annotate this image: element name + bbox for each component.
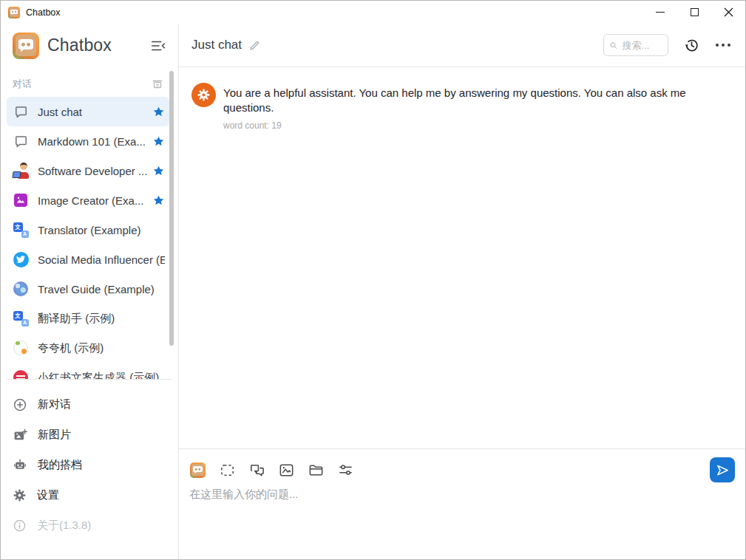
conversation-item-xiaohongshu[interactable]: 小红书文案生成器 (示例) xyxy=(7,363,169,379)
conversation-item-social-media-influencer[interactable]: Social Media Influencer (E... xyxy=(7,245,169,274)
maximize-button[interactable] xyxy=(677,1,711,24)
sliders-icon xyxy=(337,462,354,479)
dashed-box-icon xyxy=(219,462,236,479)
menu-item-settings[interactable]: 设置 xyxy=(1,480,178,511)
word-count: word count: 19 xyxy=(223,120,730,131)
composer xyxy=(179,448,745,559)
menu-label: 我的搭档 xyxy=(38,458,82,472)
chatbox-mini-icon xyxy=(190,462,206,478)
chatbox-logo-icon xyxy=(13,33,39,59)
globe-icon xyxy=(13,281,29,297)
window-controls xyxy=(643,1,745,24)
app-title: Chatbox xyxy=(47,35,112,55)
conversations-section-label: 对话 xyxy=(13,78,32,91)
collapse-sidebar-button[interactable] xyxy=(150,38,166,54)
system-avatar xyxy=(191,83,216,107)
robot-icon xyxy=(13,458,27,473)
star-icon[interactable] xyxy=(152,135,165,148)
app-icon xyxy=(8,7,20,18)
quote-button[interactable] xyxy=(248,462,265,479)
message-content: You are a helpful assistant. You can hel… xyxy=(223,83,730,131)
system-message: You are a helpful assistant. You can hel… xyxy=(191,83,730,131)
chat-title: Just chat xyxy=(191,38,242,52)
more-options-button[interactable] xyxy=(716,38,730,52)
chat-header: Just chat xyxy=(179,24,745,67)
history-icon xyxy=(683,37,700,54)
message-input[interactable] xyxy=(189,488,708,539)
conversation-label: 夸夸机 (示例) xyxy=(38,341,165,355)
conversation-label: Software Developer ... xyxy=(38,165,148,177)
menu-item-new-chat[interactable]: 新对话 xyxy=(1,389,178,420)
quote-bubbles-icon xyxy=(248,462,265,479)
title-bar: Chatbox xyxy=(1,1,745,24)
star-icon[interactable] xyxy=(152,194,165,207)
star-icon[interactable] xyxy=(152,106,165,118)
conversation-label: Travel Guide (Example) xyxy=(38,283,165,296)
sidebar: Chatbox 对话 Just chat xyxy=(1,24,179,559)
composer-toolbar xyxy=(189,456,735,484)
conversation-label: Translator (Example) xyxy=(38,224,165,236)
conversation-item-translator[interactable]: 文A Translator (Example) xyxy=(7,215,169,245)
send-icon xyxy=(715,462,730,478)
folder-button[interactable] xyxy=(308,462,325,479)
star-icon[interactable] xyxy=(152,165,165,177)
conversation-label: Markdown 101 (Exa... xyxy=(38,135,148,148)
maximize-icon xyxy=(691,8,699,16)
sidebar-scrollbar[interactable] xyxy=(169,71,174,346)
plus-circle-icon xyxy=(13,397,27,412)
gear-icon xyxy=(13,488,27,502)
image-purple-icon xyxy=(13,192,29,208)
translate-icon: 文A xyxy=(13,310,29,327)
selection-box-button[interactable] xyxy=(219,462,236,479)
conversations-section: 对话 xyxy=(1,72,178,97)
message-list: You are a helpful assistant. You can hel… xyxy=(179,67,745,448)
conversation-item-translate-assistant[interactable]: 文A 翻译助手 (示例) xyxy=(7,304,169,333)
message-text: You are a helpful assistant. You can hel… xyxy=(223,86,730,115)
menu-item-new-image[interactable]: 新图片 xyxy=(1,420,178,450)
chat-bubble-icon xyxy=(13,133,29,149)
new-image-icon xyxy=(13,428,27,443)
conversation-label: 小红书文案生成器 (示例) xyxy=(38,371,165,380)
edit-title-button[interactable] xyxy=(248,39,261,52)
main-panel: Just chat xyxy=(179,24,745,559)
gear-icon xyxy=(197,88,211,102)
clear-tray-icon xyxy=(151,78,164,91)
settings-sliders-button[interactable] xyxy=(337,462,354,479)
conversation-list: 对话 Just chat Markdown 101 (Exa... xyxy=(1,67,178,379)
minimize-icon xyxy=(656,12,665,13)
chat-bubble-icon xyxy=(13,103,29,120)
close-button[interactable] xyxy=(711,1,745,24)
minimize-button[interactable] xyxy=(643,1,677,24)
conversation-label: Image Creator (Exa... xyxy=(38,194,148,207)
menu-item-about[interactable]: 关于(1.3.8) xyxy=(1,511,178,541)
image-upload-button[interactable] xyxy=(278,462,295,479)
conversation-item-image-creator[interactable]: Image Creator (Exa... xyxy=(7,185,169,215)
search-input[interactable] xyxy=(621,39,663,52)
menu-label: 关于(1.3.8) xyxy=(37,519,91,533)
conversation-item-software-developer[interactable]: Software Developer ... xyxy=(7,156,169,185)
send-button[interactable] xyxy=(710,457,735,482)
sidebar-menu: 新对话 新图片 我的搭档 设置 关于(1.3.8) xyxy=(1,380,178,541)
clear-conversations-button[interactable] xyxy=(151,78,164,91)
image-icon xyxy=(278,462,295,479)
history-button[interactable] xyxy=(683,37,700,54)
conversation-label: 翻译助手 (示例) xyxy=(38,312,165,326)
twitter-icon xyxy=(13,251,29,267)
pencil-icon xyxy=(248,39,261,52)
menu-item-my-partners[interactable]: 我的搭档 xyxy=(1,450,178,480)
chick-emoji-icon xyxy=(13,340,29,356)
ellipsis-icon xyxy=(716,44,719,47)
translate-icon: 文A xyxy=(13,222,29,238)
folder-icon xyxy=(308,462,325,479)
conversation-item-kuakuaji[interactable]: 夸夸机 (示例) xyxy=(7,333,169,363)
info-icon xyxy=(13,519,27,533)
menu-label: 新对话 xyxy=(38,397,71,412)
search-icon xyxy=(609,40,618,51)
conversation-label: Social Media Influencer (E... xyxy=(38,253,165,266)
conversation-item-travel-guide[interactable]: Travel Guide (Example) xyxy=(7,274,169,304)
collapse-sidebar-icon xyxy=(150,38,166,54)
xiaohongshu-icon xyxy=(13,369,29,379)
conversation-item-just-chat[interactable]: Just chat xyxy=(7,97,169,126)
conversation-item-markdown-101[interactable]: Markdown 101 (Exa... xyxy=(7,126,169,156)
model-selector-button[interactable] xyxy=(189,462,206,479)
